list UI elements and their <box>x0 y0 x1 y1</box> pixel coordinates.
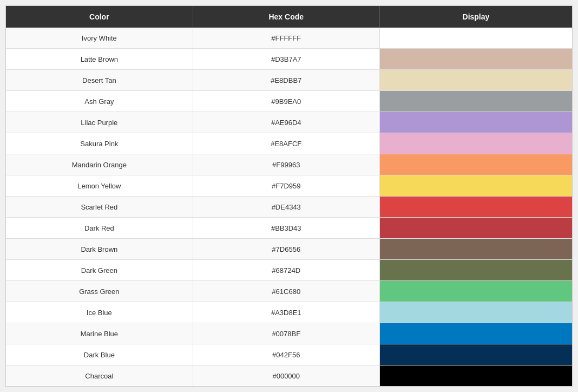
color-display-cell <box>379 133 572 154</box>
color-hex: #0078BF <box>193 323 379 344</box>
color-hex: #F7D959 <box>193 175 379 197</box>
color-hex: #A3D8E1 <box>193 302 379 323</box>
color-name: Desert Tan <box>6 70 193 91</box>
color-hex: #FFFFFF <box>193 28 379 49</box>
color-display-cell <box>379 323 572 344</box>
color-name: Dark Red <box>6 218 193 239</box>
color-display-cell <box>379 281 572 302</box>
color-swatch <box>380 344 572 365</box>
table-row: Latte Brown#D3B7A7 <box>6 49 572 70</box>
header-hex: Hex Code <box>193 6 379 28</box>
color-hex: #7D6556 <box>193 239 379 260</box>
table-row: Sakura Pink#E8AFCF <box>6 133 572 154</box>
color-swatch <box>380 70 572 90</box>
color-name: Marine Blue <box>6 323 193 344</box>
color-name: Dark Green <box>6 260 193 281</box>
color-display-cell <box>379 70 572 91</box>
table-header-row: Color Hex Code Display <box>6 6 572 28</box>
color-name: Ash Gray <box>6 91 193 112</box>
table-row: Grass Green#61C680 <box>6 281 572 302</box>
color-hex: #000000 <box>193 365 379 387</box>
color-swatch <box>380 197 572 217</box>
color-hex: #E8AFCF <box>193 133 379 154</box>
color-hex: #68724D <box>193 260 379 281</box>
color-display-cell <box>379 112 572 133</box>
color-display-cell <box>379 365 572 387</box>
table-row: Dark Red#BB3D43 <box>6 218 572 239</box>
color-name: Mandarin Orange <box>6 154 193 175</box>
table-row: Charcoal#000000 <box>6 365 572 387</box>
color-hex: #BB3D43 <box>193 218 379 239</box>
color-name: Ivory White <box>6 28 193 49</box>
color-name: Lemon Yellow <box>6 175 193 197</box>
color-display-cell <box>379 218 572 239</box>
color-display-cell <box>379 91 572 112</box>
color-display-cell <box>379 260 572 281</box>
color-hex: #AE96D4 <box>193 112 379 133</box>
table-row: Ash Gray#9B9EA0 <box>6 91 572 112</box>
color-name: Latte Brown <box>6 49 193 70</box>
color-hex: #61C680 <box>193 281 379 302</box>
color-display-cell <box>379 154 572 175</box>
color-swatch <box>380 239 572 259</box>
color-name: Charcoal <box>6 365 193 387</box>
color-name: Grass Green <box>6 281 193 302</box>
color-display-cell <box>379 302 572 323</box>
color-swatch <box>380 218 572 238</box>
table-row: Mandarin Orange#F99963 <box>6 154 572 175</box>
color-table: Color Hex Code Display Ivory White#FFFFF… <box>6 6 572 387</box>
color-table-container: Color Hex Code Display Ivory White#FFFFF… <box>5 5 573 387</box>
color-name: Scarlet Red <box>6 197 193 218</box>
color-hex: #E8DBB7 <box>193 70 379 91</box>
color-swatch <box>380 49 572 69</box>
table-body: Ivory White#FFFFFFLatte Brown#D3B7A7Dese… <box>6 28 572 387</box>
table-row: Dark Green#68724D <box>6 260 572 281</box>
color-hex: #F99963 <box>193 154 379 175</box>
color-swatch <box>380 281 572 302</box>
color-swatch <box>380 323 572 344</box>
color-swatch <box>380 154 572 175</box>
color-swatch <box>380 302 572 323</box>
color-hex: #9B9EA0 <box>193 91 379 112</box>
table-row: Desert Tan#E8DBB7 <box>6 70 572 91</box>
color-swatch <box>380 175 572 196</box>
color-display-cell <box>379 197 572 218</box>
header-color: Color <box>6 6 193 28</box>
color-display-cell <box>379 239 572 260</box>
color-swatch <box>380 28 572 48</box>
color-name: Dark Blue <box>6 344 193 365</box>
color-display-cell <box>379 175 572 197</box>
table-row: Ivory White#FFFFFF <box>6 28 572 49</box>
header-display: Display <box>379 6 572 28</box>
table-row: Lilac Purple#AE96D4 <box>6 112 572 133</box>
table-row: Dark Blue#042F56 <box>6 344 572 365</box>
color-swatch <box>380 112 572 133</box>
color-name: Lilac Purple <box>6 112 193 133</box>
table-row: Lemon Yellow#F7D959 <box>6 175 572 197</box>
color-display-cell <box>379 49 572 70</box>
color-swatch <box>380 91 572 112</box>
color-display-cell <box>379 28 572 49</box>
color-name: Ice Blue <box>6 302 193 323</box>
color-swatch <box>380 260 572 280</box>
color-swatch <box>380 365 572 386</box>
color-hex: #D3B7A7 <box>193 49 379 70</box>
color-name: Sakura Pink <box>6 133 193 154</box>
color-hex: #DE4343 <box>193 197 379 218</box>
color-hex: #042F56 <box>193 344 379 365</box>
table-row: Scarlet Red#DE4343 <box>6 197 572 218</box>
color-name: Dark Brown <box>6 239 193 260</box>
color-display-cell <box>379 344 572 365</box>
table-row: Ice Blue#A3D8E1 <box>6 302 572 323</box>
color-swatch <box>380 133 572 154</box>
table-row: Dark Brown#7D6556 <box>6 239 572 260</box>
table-row: Marine Blue#0078BF <box>6 323 572 344</box>
